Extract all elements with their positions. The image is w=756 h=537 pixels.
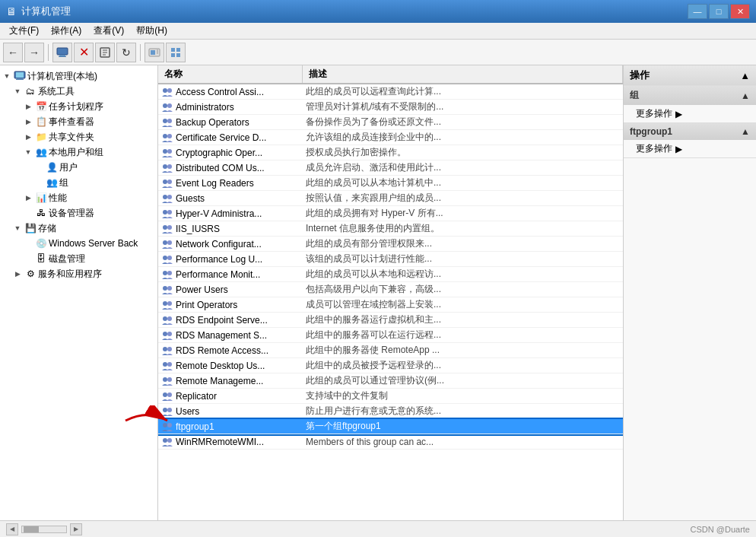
- list-cell-name: ftpgroup1: [158, 421, 303, 433]
- close-button[interactable]: ✕: [730, 4, 750, 19]
- list-item[interactable]: WinRMRemoteWMI... Members of this group …: [158, 434, 623, 450]
- list-cell-name: RDS Remote Access...: [158, 345, 303, 357]
- tree-shared-folders[interactable]: ▶ 📁 共享文件夹: [0, 129, 157, 145]
- list-panel: 名称 描述 Access Control Assi... 此组的成员可以远程查询…: [158, 65, 623, 520]
- svg-point-67: [167, 438, 172, 443]
- list-item[interactable]: Backup Operators 备份操作员为了备份或还原文件...: [158, 115, 623, 130]
- list-item[interactable]: Print Operators 成员可以管理在域控制器上安装...: [158, 297, 623, 313]
- group-more-actions[interactable]: 更多操作 ▶: [624, 105, 756, 122]
- row-icon: [161, 284, 173, 296]
- row-name: WinRMRemoteWMI...: [176, 437, 264, 447]
- title-bar-controls: — □ ✕: [688, 4, 750, 19]
- menu-file[interactable]: 文件(F): [3, 23, 45, 39]
- list-cell-desc: 此组的成员可以通过管理协议(例...: [303, 374, 623, 387]
- tree-groups[interactable]: ▶ 👥 组: [0, 175, 157, 190]
- row-icon: [161, 147, 173, 159]
- menu-bar: 文件(F) 操作(A) 查看(V) 帮助(H): [0, 23, 756, 40]
- list-item[interactable]: Hyper-V Administra... 此组的成员拥有对 Hyper-V 所…: [158, 206, 623, 221]
- list-item[interactable]: Event Log Readers 此组的成员可以从本地计算机中...: [158, 176, 623, 191]
- list-item[interactable]: Power Users 包括高级用户以向下兼容，高级...: [158, 282, 623, 297]
- menu-view[interactable]: 查看(V): [87, 23, 130, 39]
- list-item[interactable]: Users 防止用户进行有意或无意的系统...: [158, 404, 623, 419]
- tree-shared-label: 共享文件夹: [49, 131, 94, 144]
- section-ftpgroup1-header[interactable]: ftpgroup1 ▲: [624, 123, 756, 140]
- list-item[interactable]: Performance Monit... 此组的成员可以从本地和远程访...: [158, 267, 623, 282]
- svg-point-34: [163, 195, 167, 199]
- list-item[interactable]: RDS Management S... 此组中的服务器可以在运行远程...: [158, 328, 623, 343]
- svg-point-47: [167, 286, 172, 291]
- list-item[interactable]: Distributed COM Us... 成员允许启动、激活和使用此计...: [158, 160, 623, 176]
- forward-button[interactable]: →: [24, 43, 44, 62]
- col-desc-header[interactable]: 描述: [303, 65, 623, 83]
- toolbar-separator-2: [140, 44, 141, 61]
- list-item[interactable]: Guests 按照认值，来宾跟用户组的成员...: [158, 191, 623, 206]
- list-cell-name: Cryptographic Oper...: [158, 147, 303, 159]
- list-item[interactable]: IIS_IUSRS Internet 信息服务使用的内置组。: [158, 221, 623, 237]
- back-button[interactable]: ←: [3, 43, 23, 62]
- refresh-button[interactable]: ↻: [116, 43, 136, 62]
- maximize-button[interactable]: □: [709, 4, 729, 19]
- tree-device-manager[interactable]: ▶ 🖧 设备管理器: [0, 205, 157, 221]
- svg-point-27: [167, 134, 172, 138]
- shared-icon: 📁: [35, 131, 47, 143]
- minimize-button[interactable]: —: [688, 4, 707, 19]
- svg-point-30: [163, 164, 167, 169]
- row-icon: [161, 177, 173, 189]
- list-item[interactable]: Cryptographic Oper... 授权成员执行加密操作。: [158, 145, 623, 160]
- list-item[interactable]: RDS Endpoint Serve... 此组中的服务器运行虚拟机和主...: [158, 313, 623, 328]
- menu-action[interactable]: 操作(A): [45, 23, 87, 39]
- list-item[interactable]: Network Configurat... 此组的成员有部分管理权限来...: [158, 237, 623, 252]
- tree-disk-management[interactable]: ▶ 🗄 磁盘管理: [0, 251, 157, 266]
- section-group-header[interactable]: 组 ▲: [624, 86, 756, 105]
- scroll-right-btn[interactable]: ▶: [70, 523, 82, 535]
- list-item[interactable]: Administrators 管理员对计算机/域有不受限制的...: [158, 100, 623, 115]
- tree-root[interactable]: ▼ 计算机管理(本地): [0, 68, 157, 84]
- svg-point-23: [167, 103, 172, 108]
- list-item[interactable]: Access Control Assi... 此组的成员可以远程查询此计算...: [158, 84, 623, 100]
- tree-performance[interactable]: ▶ 📊 性能: [0, 190, 157, 205]
- list-cell-desc: 成员可以管理在域控制器上安装...: [303, 298, 623, 311]
- scroll-left-btn[interactable]: ◀: [6, 523, 18, 535]
- tree-system-tools[interactable]: ▼ 🗂 系统工具: [0, 84, 157, 99]
- tree-task-scheduler[interactable]: ▶ 📅 任务计划程序: [0, 99, 157, 114]
- properties-button[interactable]: [95, 43, 115, 62]
- svg-point-66: [163, 438, 167, 443]
- info-button[interactable]: [145, 43, 164, 62]
- row-icon: [161, 314, 173, 326]
- list-header: 名称 描述: [158, 65, 623, 84]
- list-item[interactable]: RDS Remote Access... 此组中的服务器使 RemoteApp …: [158, 343, 623, 358]
- tree-windows-backup[interactable]: ▶ 💿 Windows Server Back: [0, 236, 157, 251]
- list-item[interactable]: Certificate Service D... 允许该组的成员连接到企业中的.…: [158, 130, 623, 145]
- tree-perf-label: 性能: [49, 192, 67, 205]
- list-item[interactable]: Performance Log U... 该组的成员可以计划进行性能...: [158, 252, 623, 267]
- list-cell-name: Replicator: [158, 390, 303, 402]
- tree-storage[interactable]: ▼ 💾 存储: [0, 221, 157, 236]
- row-icon: [161, 208, 173, 220]
- list-item[interactable]: ftpgroup1 第一个组ftpgroup1: [158, 419, 623, 434]
- list-item[interactable]: Remote Desktop Us... 此组中的成员被授予远程登录的...: [158, 358, 623, 373]
- list-cell-desc: 包括高级用户以向下兼容，高级...: [303, 283, 623, 296]
- tree-local-users[interactable]: ▼ 👥 本地用户和组: [0, 145, 157, 160]
- list-item[interactable]: Replicator 支持域中的文件复制: [158, 389, 623, 404]
- list-item[interactable]: Remote Manageme... 此组的成员可以通过管理协议(例...: [158, 373, 623, 389]
- computer-button[interactable]: [52, 43, 72, 62]
- svg-point-53: [167, 332, 172, 336]
- view-button[interactable]: [166, 43, 186, 62]
- delete-button[interactable]: ✕: [74, 43, 94, 62]
- list-cell-desc: 第一个组ftpgroup1: [303, 420, 623, 433]
- status-bar: ◀ ▶ CSDN @Duarte: [0, 520, 756, 537]
- tree-event-viewer[interactable]: ▶ 📋 事件查看器: [0, 114, 157, 129]
- col-name-header[interactable]: 名称: [158, 65, 303, 83]
- section-ftpgroup1: ftpgroup1 ▲ 更多操作 ▶: [624, 123, 756, 158]
- ftpgroup1-more-actions[interactable]: 更多操作 ▶: [624, 140, 756, 157]
- list-cell-name: Print Operators: [158, 299, 303, 311]
- list-cell-name: RDS Endpoint Serve...: [158, 314, 303, 326]
- tree-services-apps[interactable]: ▶ ⚙ 服务和应用程序: [0, 266, 157, 281]
- tree-users[interactable]: ▶ 👤 用户: [0, 160, 157, 175]
- menu-help[interactable]: 帮助(H): [130, 23, 173, 39]
- list-cell-name: Remote Manageme...: [158, 375, 303, 387]
- svg-rect-14: [171, 53, 175, 57]
- row-name: Certificate Service D...: [176, 132, 266, 143]
- task-icon: 📅: [35, 100, 47, 113]
- actions-header[interactable]: 操作 ▲: [624, 65, 756, 85]
